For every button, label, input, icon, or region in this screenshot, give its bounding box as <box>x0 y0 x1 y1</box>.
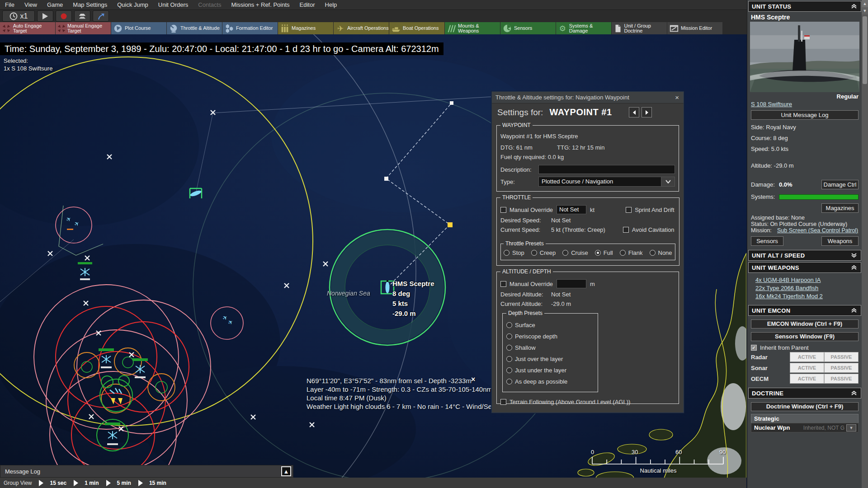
weapon-link[interactable]: 4x UGM-84B Harpoon IA <box>755 277 821 283</box>
toolbar-button-mounts-weapons[interactable]: Mounts & Weapons <box>445 22 500 34</box>
toolbar-button-aircraft-operations[interactable]: ✈ Aircraft Operations <box>334 22 389 34</box>
radio-throttle-full[interactable]: Full <box>595 249 613 256</box>
prev-waypoint-button[interactable] <box>629 107 639 117</box>
layers-button[interactable] <box>74 10 90 22</box>
magazines-button[interactable]: Magazines <box>821 203 859 213</box>
waypoint-type-select[interactable]: Plotted Course / Navigation <box>538 177 675 187</box>
toolbar-button-throttle-altitude[interactable]: Throttle & Altitude <box>167 22 222 34</box>
radio-throttle-cruise[interactable]: Cruise <box>562 249 588 256</box>
play-button[interactable] <box>37 10 53 22</box>
scroll-up-icon[interactable]: ▲ <box>862 0 868 7</box>
menu-editor[interactable]: Editor <box>295 0 320 10</box>
throttle-manual-override-checkbox[interactable] <box>500 207 506 213</box>
altitude-manual-override-checkbox[interactable] <box>500 281 506 287</box>
oecm-active-button[interactable]: ACTIVE <box>790 374 824 384</box>
doctrine-header[interactable]: DOCTRINE <box>748 388 861 399</box>
message-log-bar[interactable]: Message Log ▲ <box>0 465 293 478</box>
chevron-down-icon[interactable] <box>661 177 675 187</box>
radio-throttle-creep[interactable]: Creep <box>531 249 556 256</box>
interval-1min[interactable]: 1 min <box>85 480 99 486</box>
radio-throttle-stop[interactable]: Stop <box>504 249 524 256</box>
altitude-override-input[interactable] <box>557 279 586 288</box>
inherit-from-parent-checkbox[interactable]: ✔ <box>751 345 757 351</box>
mission-link[interactable]: Sub Screen (Sea Control Patrol) <box>777 227 858 234</box>
unit-weapons-header[interactable]: UNIT WEAPONS <box>748 262 861 273</box>
toolbar-button-systems-damage[interactable]: ⚙ Systems & Damage <box>556 22 611 34</box>
message-log-expand-button[interactable]: ▲ <box>281 466 291 476</box>
doctrine-window-button[interactable]: Doctrine Window (Ctrl + F9) <box>751 402 859 411</box>
radio-throttle-flank[interactable]: Flank <box>620 249 643 256</box>
sonar-active-button[interactable]: ACTIVE <box>790 363 824 373</box>
sonar-passive-button[interactable]: PASSIVE <box>824 363 859 373</box>
interval-15sec[interactable]: 15 sec <box>50 480 66 486</box>
systems-health-bar <box>779 194 859 200</box>
chevron-up-icon[interactable] <box>851 4 857 9</box>
radio-depth-as-deep[interactable]: As deep as possible <box>506 378 594 385</box>
toolbar-button-unit-group-doctrine[interactable]: Unit / Group Doctrine <box>612 22 667 34</box>
chevron-up-icon[interactable] <box>851 265 857 270</box>
toolbar-button-formation-editor[interactable]: Formation Editor <box>222 22 278 34</box>
menu-help[interactable]: Help <box>320 0 342 10</box>
radio-depth-shallow[interactable]: Shallow <box>506 344 594 351</box>
unit-status-header[interactable]: UNIT STATUS <box>748 1 861 12</box>
weapon-link[interactable]: 16x Mk24 Tigerfish Mod 2 <box>755 293 823 300</box>
play-step-icon[interactable] <box>39 480 43 486</box>
scrollbar-thumb[interactable] <box>863 16 867 84</box>
toolbar-button-auto-engage-target[interactable]: Auto Engage Target <box>0 22 55 34</box>
menu-file[interactable]: File <box>0 0 19 10</box>
play-step-icon[interactable] <box>74 480 78 486</box>
avoid-cavitation-checkbox[interactable] <box>623 227 629 233</box>
interval-15min[interactable]: 15 min <box>149 480 166 486</box>
radio-depth-over-layer[interactable]: Just over the layer <box>506 356 594 362</box>
damage-ctrl-button[interactable]: Damage Ctrl <box>821 180 859 189</box>
emcon-window-button[interactable]: EMCON Window (Ctrl + F9) <box>751 319 859 328</box>
chevron-up-icon[interactable] <box>851 390 857 396</box>
play-step-icon[interactable] <box>138 480 143 486</box>
menu-map-settings[interactable]: Map Settings <box>68 0 112 10</box>
radio-throttle-none[interactable]: None <box>650 249 672 256</box>
radar-active-button[interactable]: ACTIVE <box>790 352 824 362</box>
dialog-title-bar[interactable]: Throttle & Altitude settings for: Naviga… <box>492 92 684 103</box>
unit-alt-speed-header[interactable]: UNIT ALT / SPEED <box>748 250 861 261</box>
radio-depth-surface[interactable]: Surface <box>506 322 594 328</box>
menu-view[interactable]: View <box>19 0 42 10</box>
toolbar-button-magazines[interactable]: Magazines <box>278 22 333 34</box>
throttle-override-input[interactable]: Not Set <box>557 205 586 214</box>
oecm-passive-button[interactable]: PASSIVE <box>824 374 859 384</box>
menu-game[interactable]: Game <box>42 0 68 10</box>
record-button[interactable] <box>56 10 72 22</box>
chevron-down-icon[interactable]: ▼ <box>846 424 856 432</box>
terrain-following-checkbox[interactable] <box>500 399 506 405</box>
chevron-up-icon[interactable] <box>851 308 857 313</box>
toolbar-button-manual-engage-target[interactable]: Manual Engage Target <box>56 22 111 34</box>
toolbar-button-plot-course[interactable]: Plot Course <box>111 22 166 34</box>
toolbar-button-sensors[interactable]: Sensors <box>500 22 556 34</box>
radio-depth-periscope[interactable]: Periscope depth <box>506 333 594 340</box>
scroll-down-icon[interactable]: ▼ <box>862 7 868 14</box>
description-input[interactable] <box>538 165 675 174</box>
weapons-button[interactable]: Weapons <box>821 236 859 246</box>
sensors-window-button[interactable]: Sensors Window (F9) <box>751 332 859 341</box>
weapon-link[interactable]: 22x Type 2066 Bandfish <box>755 285 818 291</box>
sidebar-scrollbar[interactable]: ▲ ▼ <box>862 0 868 488</box>
time-compression-button[interactable]: x1 <box>2 10 35 22</box>
sprint-and-drift-checkbox[interactable] <box>626 207 632 213</box>
menu-quick-jump[interactable]: Quick Jump <box>112 0 153 10</box>
jump-button[interactable] <box>93 10 109 22</box>
sensors-button[interactable]: Sensors <box>751 236 783 246</box>
unit-emcon-header[interactable]: UNIT EMCON <box>748 305 861 316</box>
next-waypoint-button[interactable] <box>642 107 652 117</box>
menu-unit-orders[interactable]: Unit Orders <box>153 0 193 10</box>
menu-missions-ref-points[interactable]: Missions + Ref. Points <box>226 0 295 10</box>
toolbar-button-mission-editor[interactable]: Mission Editor <box>667 22 722 34</box>
chevron-down-icon[interactable] <box>851 253 857 258</box>
radio-depth-under-layer[interactable]: Just under the layer <box>506 367 594 374</box>
play-step-icon[interactable] <box>106 480 111 486</box>
interval-5min[interactable]: 5 min <box>117 480 131 486</box>
info-close-icon[interactable]: × <box>471 375 475 384</box>
unit-message-log-button[interactable]: Unit Message Log <box>751 110 859 120</box>
radar-passive-button[interactable]: PASSIVE <box>824 352 859 362</box>
dialog-close-icon[interactable]: × <box>670 94 684 101</box>
toolbar-button-boat-operations[interactable]: Boat Operations <box>389 22 444 34</box>
unit-class-link[interactable]: S 108 Swiftsure <box>751 101 792 108</box>
